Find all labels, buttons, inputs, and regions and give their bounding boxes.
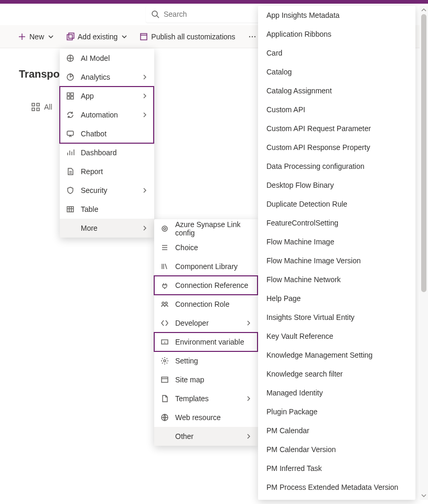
menu-item[interactable]: Connection Reference xyxy=(154,276,258,295)
add-existing-button[interactable]: Add existing xyxy=(61,29,132,44)
svg-line-1 xyxy=(157,16,159,18)
svg-rect-19 xyxy=(67,96,70,99)
menu-item[interactable]: Insights Store Virtual Entity xyxy=(258,308,415,327)
menu-item-label: Insights Store Virtual Entity xyxy=(266,313,407,321)
menu-item[interactable]: xEnvironment variable xyxy=(154,333,258,351)
menu-item[interactable]: PM Calendar xyxy=(258,421,415,440)
scrollbar-thumb[interactable] xyxy=(421,14,426,292)
menu-item[interactable]: Key Vault Reference xyxy=(258,327,415,346)
menu-item[interactable]: Plugin Package xyxy=(258,402,415,421)
scrollbar[interactable] xyxy=(420,6,428,500)
templates-icon xyxy=(160,394,169,403)
menu-item[interactable]: Catalog xyxy=(258,62,415,81)
menu-item-label: Dashboard xyxy=(81,148,148,157)
menu-item[interactable]: Component Library xyxy=(154,257,258,276)
menu-item[interactable]: FeatureControlSetting xyxy=(258,213,415,232)
menu-item[interactable]: Chatbot xyxy=(60,124,154,143)
report-icon xyxy=(66,167,74,176)
svg-rect-6 xyxy=(141,34,147,40)
chevron-right-icon xyxy=(245,320,252,326)
menu-item[interactable]: PM Inferred Task xyxy=(258,459,415,478)
menu-item[interactable]: Developer xyxy=(154,314,258,333)
menu-item[interactable]: Flow Machine Image Version xyxy=(258,251,415,270)
scroll-up-arrow-icon[interactable] xyxy=(420,6,428,14)
menu-item-label: Knowledge Management Setting xyxy=(266,351,407,359)
menu-item[interactable]: Managed Identity xyxy=(258,383,415,402)
menu-item[interactable]: More xyxy=(60,219,154,238)
svg-point-45 xyxy=(164,360,166,362)
menu-item-label: Duplicate Detection Rule xyxy=(266,200,407,208)
menu-item[interactable]: Data Processing configuration xyxy=(258,157,415,176)
menu-item[interactable]: Report xyxy=(60,162,154,181)
grid-icon xyxy=(31,103,40,111)
menu-item[interactable]: Templates xyxy=(154,389,258,408)
developer-icon xyxy=(160,319,169,327)
menu-item-label: Setting xyxy=(175,357,252,365)
other-submenu: App Insights MetadataApplication Ribbons… xyxy=(258,6,415,500)
menu-item[interactable]: Flow Machine Image xyxy=(258,232,415,251)
menu-item[interactable]: App Insights Metadata xyxy=(258,6,415,25)
menu-item[interactable]: Catalog Assignment xyxy=(258,81,415,100)
menu-item[interactable]: Other xyxy=(154,427,258,446)
menu-item[interactable]: Connection Role xyxy=(154,295,258,314)
menu-item-label: Table xyxy=(81,205,148,213)
menu-item[interactable]: Automation xyxy=(60,105,154,124)
menu-item[interactable]: Web resource xyxy=(154,408,258,427)
menu-item-label: Automation xyxy=(81,111,135,119)
publish-button[interactable]: Publish all customizations xyxy=(134,29,240,44)
menu-item[interactable]: Card xyxy=(258,44,415,62)
menu-item[interactable]: Desktop Flow Binary xyxy=(258,176,415,195)
menu-item-label: Knowledge search filter xyxy=(266,370,407,378)
add-existing-icon xyxy=(66,33,74,41)
menu-item-label: Card xyxy=(266,49,407,57)
sitemap-icon xyxy=(160,376,169,384)
setting-icon xyxy=(160,357,169,365)
menu-item[interactable]: Site map xyxy=(154,370,258,389)
menu-item-label: App Insights Metadata xyxy=(266,11,407,19)
automation-icon xyxy=(66,111,74,119)
menu-item[interactable]: Custom API xyxy=(258,100,415,119)
menu-item-label: App xyxy=(81,92,135,100)
svg-rect-20 xyxy=(71,96,73,99)
menu-item[interactable]: PM Process Extended Metadata Version xyxy=(258,478,415,497)
menu-item-label: PM Process Extended Metadata Version xyxy=(266,483,407,491)
menu-item[interactable]: Choice xyxy=(154,238,258,257)
svg-rect-5 xyxy=(69,33,74,38)
svg-rect-46 xyxy=(162,377,168,382)
new-button[interactable]: New xyxy=(13,29,59,44)
menu-item-label: PM Calendar xyxy=(266,426,407,435)
menu-item[interactable]: Dashboard xyxy=(60,143,154,162)
chevron-right-icon xyxy=(245,433,252,439)
menu-item[interactable]: Azure Synapse Link config xyxy=(154,219,258,238)
menu-item[interactable]: Custom API Response Property xyxy=(258,138,415,157)
menu-item[interactable]: Flow Machine Network xyxy=(258,270,415,289)
menu-item[interactable]: Application Ribbons xyxy=(258,25,415,44)
menu-item[interactable]: Table xyxy=(60,200,154,219)
menu-item[interactable]: App xyxy=(60,87,154,105)
chatbot-icon xyxy=(66,130,74,138)
menu-item-label: Data Processing configuration xyxy=(266,162,407,170)
menu-item[interactable]: AI Model xyxy=(60,49,154,68)
analytics-icon xyxy=(66,73,74,81)
svg-line-39 xyxy=(165,264,167,269)
more-horizontal-icon xyxy=(248,33,256,41)
svg-rect-18 xyxy=(71,93,73,95)
menu-item[interactable]: Duplicate Detection Rule xyxy=(258,195,415,213)
plus-icon xyxy=(18,33,26,41)
add-existing-menu: AI ModelAnalyticsAppAutomationChatbotDas… xyxy=(60,49,154,238)
menu-item-label: More xyxy=(81,224,135,232)
menu-item[interactable]: Knowledge search filter xyxy=(258,364,415,383)
menu-item-label: Developer xyxy=(175,319,239,327)
scroll-down-arrow-icon[interactable] xyxy=(420,491,428,500)
menu-item-label: Key Vault Reference xyxy=(266,332,407,340)
menu-item[interactable]: Custom API Request Parameter xyxy=(258,119,415,138)
menu-item[interactable]: Analytics xyxy=(60,68,154,87)
menu-item[interactable]: PM Calendar Version xyxy=(258,440,415,459)
menu-item[interactable]: Knowledge Management Setting xyxy=(258,346,415,364)
view-selector[interactable]: All xyxy=(31,103,52,111)
menu-item[interactable]: Setting xyxy=(154,351,258,370)
menu-item[interactable]: Help Page xyxy=(258,289,415,308)
menu-item-label: Templates xyxy=(175,394,239,403)
menu-item[interactable]: Security xyxy=(60,181,154,200)
web-resource-icon xyxy=(160,413,169,422)
